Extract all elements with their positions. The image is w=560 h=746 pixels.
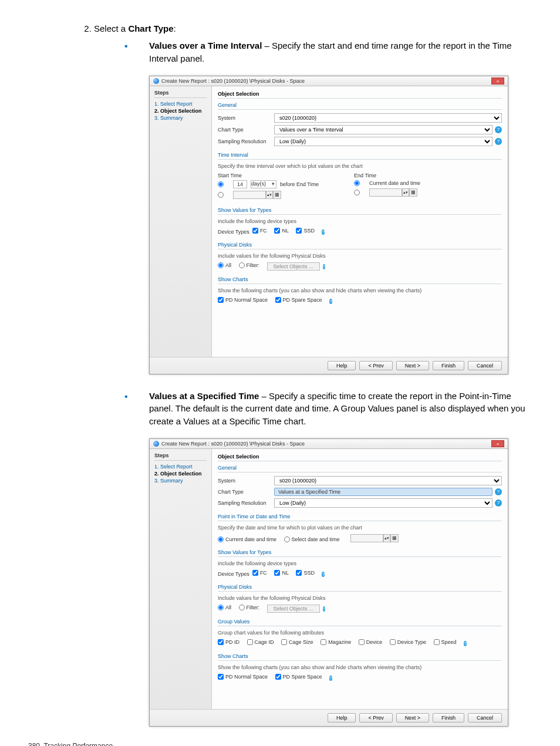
pit-date-field[interactable] [350,534,383,542]
cancel-button[interactable]: Cancel [468,713,502,723]
radio-pit-select[interactable]: Select date and time [284,536,340,542]
radio-filter[interactable]: Filter: [239,262,260,268]
sampling-select[interactable]: Low (Daily) [274,498,492,508]
help-icon[interactable]: ? [322,229,324,235]
help-icon[interactable]: ? [323,606,325,612]
section-time-interval-head: Time Interval [218,152,502,160]
wizard-step-3[interactable]: 3. Summary [154,477,207,484]
help-icon[interactable]: ? [464,641,466,646]
checkbox-pd-normal[interactable]: PD Normal Space [218,674,268,680]
wizard-step-3[interactable]: 3. Summary [154,114,207,121]
start-absolute-radio[interactable] [218,192,224,198]
radio-all[interactable]: All [218,605,231,610]
step-text-suffix: : [174,23,176,33]
checkbox-nl[interactable]: NL [274,570,289,576]
select-objects-button[interactable]: Select Objects ... [267,605,320,613]
end-current-label: Current date and time [369,180,420,186]
dialog-footer: Help < Prev Next > Finish Cancel [150,357,508,374]
select-objects-button[interactable]: Select Objects ... [267,262,320,271]
sampling-select[interactable]: Low (Daily) [274,137,492,146]
end-current-radio[interactable] [354,180,360,186]
wizard-step-2[interactable]: 2. Object Selection [154,470,207,477]
help-button[interactable]: Help [328,713,356,723]
checkbox-speed[interactable]: Speed [434,639,457,645]
end-absolute-radio[interactable] [354,190,360,195]
start-date-field[interactable] [233,191,266,199]
start-value-spinner[interactable]: 14 [233,180,247,188]
radio-pit-current[interactable]: Current date and time [218,536,276,542]
section-show-values: Show Values for Types Include the follow… [218,207,502,236]
radio-filter[interactable]: Filter: [239,605,260,610]
finish-button[interactable]: Finish [433,713,464,723]
finish-button[interactable]: Finish [433,361,464,370]
help-icon[interactable]: ? [495,488,502,495]
chart-type-select-highlighted[interactable]: Values at a Specified Time [274,488,492,496]
checkbox-pd-spare[interactable]: PD Spare Space [275,674,322,680]
section-show-values-desc: Include the following device types [218,218,502,224]
device-types-label: Device Types [218,571,249,577]
section-show-charts-desc: Show the following charts (you can also … [218,288,502,293]
cancel-button[interactable]: Cancel [468,361,502,370]
dialog-titlebar: Create New Report : s020 (1000020) \Phys… [150,76,508,86]
dialog-footer: Help < Prev Next > Finish Cancel [150,709,508,726]
dialog-title-text: Create New Report : s020 (1000020) \Phys… [161,441,305,447]
close-icon[interactable]: × [491,77,504,85]
system-select[interactable]: s020 (1000020) [274,113,502,123]
checkbox-pd-spare[interactable]: PD Spare Space [275,297,322,303]
section-group-values-desc: Group chart values for the following att… [218,630,502,636]
prev-button[interactable]: < Prev [359,361,392,370]
bullet2-term: Values at a Specified Time [149,391,259,401]
label-chart-type: Chart Type [218,489,271,495]
before-end-label: before End Time [280,181,319,187]
chart-type-select[interactable]: Values over a Time Interval [274,125,492,134]
radio-all[interactable]: All [218,262,231,268]
prev-button[interactable]: < Prev [359,713,392,723]
help-icon[interactable]: ? [495,126,502,133]
next-button[interactable]: Next > [396,713,429,723]
section-show-values-desc: Include the following device types [218,561,502,566]
checkbox-fc[interactable]: FC [252,228,267,234]
checkbox-cageid[interactable]: Cage ID [247,639,274,645]
help-icon[interactable]: ? [329,676,332,681]
calendar-icon[interactable]: ▦ [390,534,399,542]
close-icon[interactable]: × [491,440,504,447]
checkbox-fc[interactable]: FC [252,570,267,576]
section-pit-head: Point in Time or Date and Time [218,514,502,521]
section-physical-disks: Physical Disks Include values for the fo… [218,584,502,613]
checkbox-ssd[interactable]: SSD [296,228,315,234]
spinner-icon[interactable]: ▴▾ [383,534,390,542]
section-group-values: Group Values Group chart values for the … [218,619,502,647]
checkbox-pd-normal[interactable]: PD Normal Space [218,297,268,303]
checkbox-device-type[interactable]: Device Type [390,639,426,645]
checkbox-pdid[interactable]: PD ID [218,639,239,645]
bullet1-term: Values over a Time Interval [149,40,262,50]
checkbox-ssd[interactable]: SSD [296,570,315,576]
help-icon[interactable]: ? [322,572,324,577]
next-button[interactable]: Next > [396,361,429,370]
system-select[interactable]: s020 (1000020) [274,476,502,485]
start-time-label: Start Time [218,173,319,178]
spinner-icon[interactable]: ▴▾ [266,191,273,199]
help-icon[interactable]: ? [495,138,502,145]
wizard-step-2[interactable]: 2. Object Selection [154,107,207,114]
dialog-titlebar: Create New Report : s020 (1000020) \Phys… [150,439,508,449]
checkbox-device[interactable]: Device [359,639,383,645]
start-relative-radio[interactable] [218,181,224,187]
spinner-icon[interactable]: ▴▾ [402,188,409,197]
wizard-step-1[interactable]: 1. Select Report [154,100,207,107]
end-date-field[interactable] [369,188,402,197]
checkbox-cagesize[interactable]: Cage Size [281,639,313,645]
help-button[interactable]: Help [328,361,356,370]
calendar-icon[interactable]: ▦ [273,191,281,199]
section-show-charts: Show Charts Show the following charts (y… [218,276,502,305]
checkbox-magazine[interactable]: Magazine [321,639,351,645]
dialog-create-report-interval: Create New Report : s020 (1000020) \Phys… [149,76,508,374]
help-icon[interactable]: ? [323,264,325,269]
start-unit-select[interactable]: day(s) [251,180,276,188]
help-icon[interactable]: ? [495,499,502,507]
checkbox-nl[interactable]: NL [274,228,289,234]
calendar-icon[interactable]: ▦ [409,188,417,197]
wizard-step-1[interactable]: 1. Select Report [154,463,207,470]
help-icon[interactable]: ? [329,299,332,304]
section-general: General System s020 (1000020) Chart Type… [218,465,502,508]
